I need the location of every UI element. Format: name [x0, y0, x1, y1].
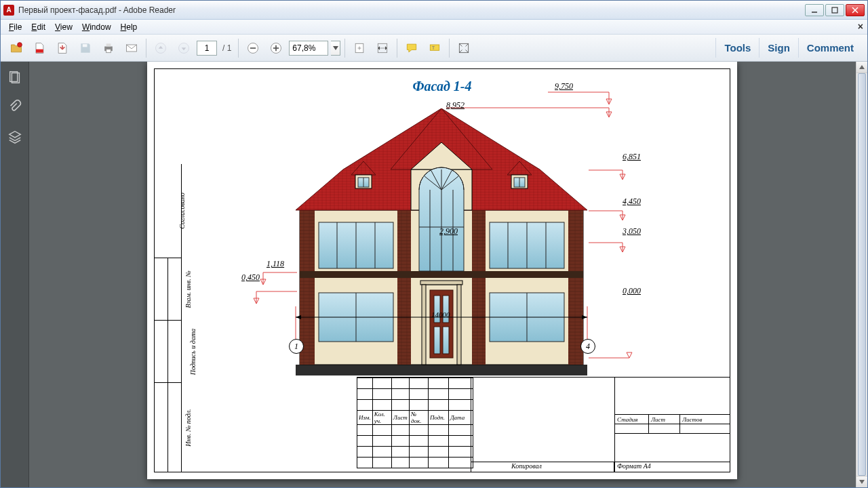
maximize-button[interactable] [825, 4, 844, 16]
axis-1: 1 [289, 339, 304, 354]
menu-window[interactable]: Window [78, 21, 115, 33]
title-block-right: СтадияЛистЛистов [614, 378, 730, 472]
menu-edit[interactable]: Edit [27, 21, 50, 33]
drawing-title: Фасад 1-4 [413, 79, 472, 94]
open-icon[interactable] [6, 38, 26, 58]
pdf-page: Согласовано Взам. инв. № Подпись и дата … [147, 62, 737, 479]
svg-rect-5 [83, 44, 87, 47]
fit-width-icon[interactable] [372, 38, 393, 58]
convert-icon[interactable] [52, 38, 73, 58]
page-number-input[interactable] [197, 41, 217, 56]
svg-rect-8 [106, 49, 111, 52]
scrollbar-thumb[interactable] [858, 73, 866, 476]
svg-rect-1 [832, 7, 837, 13]
layers-icon[interactable] [6, 128, 24, 146]
save-icon [75, 38, 96, 58]
svg-rect-26 [296, 365, 587, 375]
vertical-scrollbar[interactable] [856, 62, 867, 487]
title-block: Изм.Кол. уч.Лист№ док.Подп.Дата СтадияЛи… [357, 377, 730, 472]
email-icon[interactable] [121, 38, 142, 58]
attachments-icon[interactable] [6, 98, 24, 116]
titlebar: A Первый проект-фасад.pdf - Adobe Reader [1, 1, 867, 20]
close-button[interactable] [846, 4, 865, 16]
create-pdf-icon[interactable] [29, 38, 50, 58]
page-count-label: / 1 [222, 43, 231, 53]
adobe-reader-window: A Первый проект-фасад.pdf - Adobe Reader… [0, 0, 868, 488]
app-icon: A [3, 5, 14, 16]
svg-point-4 [18, 42, 22, 47]
window-title: Первый проект-фасад.pdf - Adobe Reader [18, 5, 805, 15]
svg-rect-7 [106, 43, 111, 46]
fit-page-icon[interactable] [349, 38, 370, 58]
toolbar: / 1 T Tools Sign Comment [1, 35, 867, 62]
next-page-icon [174, 38, 194, 58]
navigation-panel [1, 62, 29, 487]
menu-file[interactable]: File [5, 21, 26, 33]
scroll-down-button[interactable] [856, 476, 867, 487]
comment-panel-button[interactable]: Comment [798, 38, 862, 58]
svg-rect-44 [300, 271, 583, 278]
scroll-up-button[interactable] [856, 62, 867, 73]
zoom-dropdown[interactable] [331, 41, 340, 56]
menu-help[interactable]: Help [117, 21, 142, 33]
tools-panel-button[interactable]: Tools [715, 38, 759, 58]
workspace: Согласовано Взам. инв. № Подпись и дата … [1, 62, 867, 487]
prev-page-icon [151, 38, 171, 58]
zoom-in-icon[interactable] [266, 38, 286, 58]
axis-4: 4 [580, 339, 595, 354]
svg-text:T: T [432, 44, 435, 50]
menubar: File Edit View Window Help × [1, 20, 867, 35]
comment-bubble-icon[interactable] [401, 38, 422, 58]
zoom-input[interactable] [289, 41, 328, 56]
sign-panel-button[interactable]: Sign [759, 38, 798, 58]
print-icon[interactable] [98, 38, 119, 58]
title-block-bottom: Копировал Формат А4 [471, 462, 730, 472]
menu-view[interactable]: View [51, 21, 77, 33]
minimize-button[interactable] [805, 4, 824, 16]
highlight-icon[interactable]: T [425, 38, 445, 58]
thumbnails-icon[interactable] [6, 68, 24, 86]
document-area[interactable]: Согласовано Взам. инв. № Подпись и дата … [29, 62, 867, 487]
close-document-button[interactable]: × [858, 21, 863, 32]
svg-rect-66 [420, 281, 462, 285]
revision-table: Изм.Кол. уч.Лист№ док.Подп.Дата [357, 378, 473, 468]
zoom-out-icon[interactable] [243, 38, 263, 58]
read-mode-icon[interactable] [454, 38, 474, 58]
